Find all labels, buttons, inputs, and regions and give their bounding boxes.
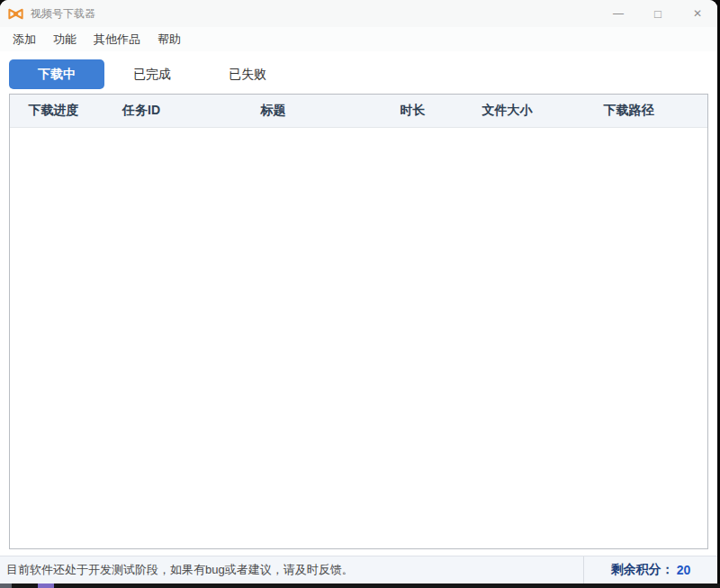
column-header-download-path[interactable]: 下载路径 xyxy=(550,103,707,119)
column-header-file-size[interactable]: 文件大小 xyxy=(464,103,550,119)
taskbar-strip xyxy=(0,583,720,588)
status-bar: 目前软件还处于开发测试阶段，如果有bug或者建议，请及时反馈。 剩余积分： 20 xyxy=(0,556,717,583)
menu-item-help[interactable]: 帮助 xyxy=(152,29,186,50)
column-header-duration[interactable]: 时长 xyxy=(361,103,464,119)
column-header-task-id[interactable]: 任务ID xyxy=(97,103,185,119)
window-title: 视频号下载器 xyxy=(31,6,95,22)
menu-bar: 添加 功能 其他作品 帮助 xyxy=(0,27,717,51)
table-body-empty xyxy=(10,128,707,548)
credits-value: 20 xyxy=(677,563,691,577)
tab-failed[interactable]: 已失败 xyxy=(200,59,295,89)
taskbar-fragment xyxy=(38,583,54,588)
tab-downloading[interactable]: 下载中 xyxy=(9,59,104,89)
tab-completed[interactable]: 已完成 xyxy=(104,59,200,89)
menu-item-functions[interactable]: 功能 xyxy=(48,29,82,50)
minimize-button[interactable]: — xyxy=(598,0,638,27)
column-header-title[interactable]: 标题 xyxy=(185,103,361,119)
minimize-icon: — xyxy=(613,7,624,20)
status-message: 目前软件还处于开发测试阶段，如果有bug或者建议，请及时反馈。 xyxy=(0,562,583,578)
close-icon: ✕ xyxy=(693,7,702,20)
title-bar: 视频号下载器 — □ ✕ xyxy=(0,0,717,27)
wechat-channels-logo-icon xyxy=(7,7,24,21)
tab-bar: 下载中 已完成 已失败 xyxy=(0,59,717,89)
credits-panel: 剩余积分： 20 xyxy=(583,556,717,583)
maximize-icon: □ xyxy=(654,7,662,21)
menu-item-add[interactable]: 添加 xyxy=(7,29,41,50)
download-table: 下载进度 任务ID 标题 时长 文件大小 下载路径 xyxy=(9,94,708,549)
taskbar-fragment xyxy=(0,583,12,588)
column-header-progress[interactable]: 下载进度 xyxy=(10,103,97,119)
table-header-row: 下载进度 任务ID 标题 时长 文件大小 下载路径 xyxy=(10,95,707,128)
app-window: 视频号下载器 — □ ✕ 添加 功能 其他作品 帮助 下载中 已完成 已失败 下… xyxy=(0,0,717,583)
maximize-button[interactable]: □ xyxy=(638,0,678,27)
close-button[interactable]: ✕ xyxy=(678,0,717,27)
credits-label: 剩余积分： xyxy=(611,562,674,578)
window-controls: — □ ✕ xyxy=(598,0,717,27)
menu-item-other-works[interactable]: 其他作品 xyxy=(88,29,146,50)
